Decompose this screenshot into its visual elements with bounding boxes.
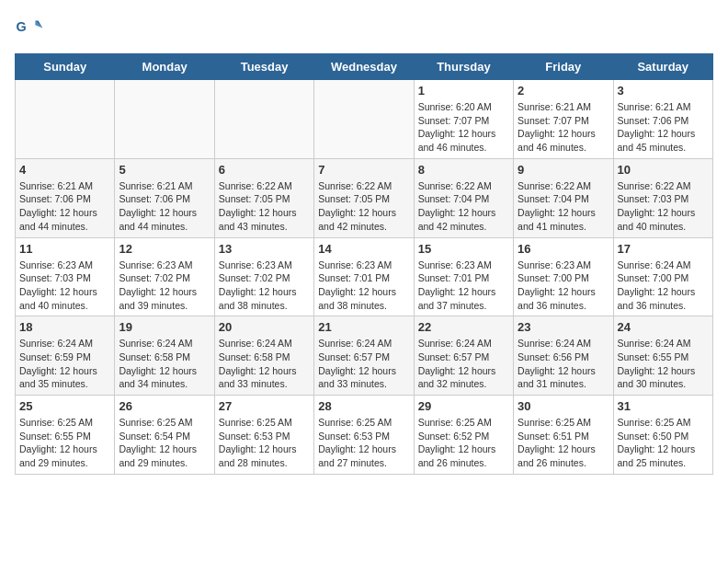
calendar-cell: 29Sunrise: 6:25 AM Sunset: 6:52 PM Dayli… xyxy=(414,396,513,475)
day-of-week-header: Tuesday xyxy=(214,54,313,80)
day-number: 31 xyxy=(618,399,709,413)
calendar-cell: 9Sunrise: 6:22 AM Sunset: 7:04 PM Daylig… xyxy=(514,158,613,237)
calendar-week-row: 4Sunrise: 6:21 AM Sunset: 7:06 PM Daylig… xyxy=(16,158,713,237)
day-number: 6 xyxy=(219,163,310,177)
day-of-week-header: Thursday xyxy=(414,54,513,80)
day-info: Sunrise: 6:24 AM Sunset: 6:58 PM Dayligh… xyxy=(119,337,210,391)
calendar-cell: 13Sunrise: 6:23 AM Sunset: 7:02 PM Dayli… xyxy=(214,237,313,316)
calendar-cell: 14Sunrise: 6:23 AM Sunset: 7:01 PM Dayli… xyxy=(314,237,414,316)
calendar-cell: 28Sunrise: 6:25 AM Sunset: 6:53 PM Dayli… xyxy=(314,396,414,475)
calendar-cell: 30Sunrise: 6:25 AM Sunset: 6:51 PM Dayli… xyxy=(514,396,613,475)
calendar-cell: 25Sunrise: 6:25 AM Sunset: 6:55 PM Dayli… xyxy=(16,396,115,475)
calendar-cell: 6Sunrise: 6:22 AM Sunset: 7:05 PM Daylig… xyxy=(214,158,313,237)
day-number: 5 xyxy=(119,163,210,177)
calendar-cell xyxy=(115,80,214,159)
calendar-cell: 18Sunrise: 6:24 AM Sunset: 6:59 PM Dayli… xyxy=(16,316,115,396)
calendar-week-row: 25Sunrise: 6:25 AM Sunset: 6:55 PM Dayli… xyxy=(16,396,713,475)
day-number: 26 xyxy=(119,399,210,413)
day-number: 23 xyxy=(518,320,609,334)
calendar-cell: 11Sunrise: 6:23 AM Sunset: 7:03 PM Dayli… xyxy=(16,237,115,316)
svg-text:G: G xyxy=(17,19,27,34)
day-number: 7 xyxy=(318,163,409,177)
calendar-cell: 1Sunrise: 6:20 AM Sunset: 7:07 PM Daylig… xyxy=(414,80,513,159)
day-number: 14 xyxy=(318,242,409,256)
calendar-cell: 7Sunrise: 6:22 AM Sunset: 7:05 PM Daylig… xyxy=(314,158,414,237)
day-of-week-header: Sunday xyxy=(16,54,115,80)
day-info: Sunrise: 6:20 AM Sunset: 7:07 PM Dayligh… xyxy=(418,100,509,155)
day-info: Sunrise: 6:24 AM Sunset: 6:56 PM Dayligh… xyxy=(518,337,609,391)
day-number: 17 xyxy=(618,242,709,256)
calendar-cell: 3Sunrise: 6:21 AM Sunset: 7:06 PM Daylig… xyxy=(613,80,712,159)
calendar-cell: 19Sunrise: 6:24 AM Sunset: 6:58 PM Dayli… xyxy=(115,316,214,396)
day-number: 1 xyxy=(418,84,509,98)
day-number: 21 xyxy=(318,320,409,334)
day-info: Sunrise: 6:25 AM Sunset: 6:53 PM Dayligh… xyxy=(318,416,409,470)
day-number: 19 xyxy=(119,320,210,334)
day-number: 28 xyxy=(318,399,409,413)
day-info: Sunrise: 6:25 AM Sunset: 6:51 PM Dayligh… xyxy=(518,416,609,470)
calendar-cell: 27Sunrise: 6:25 AM Sunset: 6:53 PM Dayli… xyxy=(214,396,313,475)
day-info: Sunrise: 6:25 AM Sunset: 6:52 PM Dayligh… xyxy=(418,416,509,470)
day-of-week-header: Monday xyxy=(115,54,214,80)
calendar-week-row: 1Sunrise: 6:20 AM Sunset: 7:07 PM Daylig… xyxy=(16,80,713,159)
day-info: Sunrise: 6:23 AM Sunset: 7:00 PM Dayligh… xyxy=(518,259,609,313)
calendar-cell: 12Sunrise: 6:23 AM Sunset: 7:02 PM Dayli… xyxy=(115,237,214,316)
calendar-cell: 22Sunrise: 6:24 AM Sunset: 6:57 PM Dayli… xyxy=(414,316,513,396)
logo-icon: G xyxy=(15,15,44,44)
calendar-cell xyxy=(16,80,115,159)
day-number: 20 xyxy=(219,320,310,334)
day-number: 10 xyxy=(618,163,709,177)
calendar-cell: 20Sunrise: 6:24 AM Sunset: 6:58 PM Dayli… xyxy=(214,316,313,396)
day-info: Sunrise: 6:23 AM Sunset: 7:01 PM Dayligh… xyxy=(418,259,509,313)
day-of-week-header: Saturday xyxy=(613,54,712,80)
day-info: Sunrise: 6:23 AM Sunset: 7:01 PM Dayligh… xyxy=(318,259,409,313)
calendar-cell: 15Sunrise: 6:23 AM Sunset: 7:01 PM Dayli… xyxy=(414,237,513,316)
day-info: Sunrise: 6:23 AM Sunset: 7:02 PM Dayligh… xyxy=(119,259,210,313)
day-info: Sunrise: 6:22 AM Sunset: 7:04 PM Dayligh… xyxy=(418,179,509,234)
day-info: Sunrise: 6:23 AM Sunset: 7:03 PM Dayligh… xyxy=(19,259,110,313)
calendar-cell xyxy=(214,80,313,159)
day-info: Sunrise: 6:25 AM Sunset: 6:55 PM Dayligh… xyxy=(19,416,110,470)
logo: G xyxy=(15,15,48,44)
day-number: 11 xyxy=(19,242,110,256)
day-info: Sunrise: 6:23 AM Sunset: 7:02 PM Dayligh… xyxy=(219,259,310,313)
day-number: 12 xyxy=(119,242,210,256)
day-number: 18 xyxy=(19,320,110,334)
day-info: Sunrise: 6:22 AM Sunset: 7:03 PM Dayligh… xyxy=(618,179,709,234)
day-number: 4 xyxy=(19,163,110,177)
day-info: Sunrise: 6:25 AM Sunset: 6:54 PM Dayligh… xyxy=(119,416,210,470)
day-info: Sunrise: 6:24 AM Sunset: 6:57 PM Dayligh… xyxy=(418,337,509,391)
calendar-week-row: 18Sunrise: 6:24 AM Sunset: 6:59 PM Dayli… xyxy=(16,316,713,396)
day-number: 30 xyxy=(518,399,609,413)
day-info: Sunrise: 6:21 AM Sunset: 7:06 PM Dayligh… xyxy=(119,179,210,234)
day-info: Sunrise: 6:22 AM Sunset: 7:04 PM Dayligh… xyxy=(518,179,609,234)
day-number: 8 xyxy=(418,163,509,177)
day-number: 25 xyxy=(19,399,110,413)
day-info: Sunrise: 6:21 AM Sunset: 7:07 PM Dayligh… xyxy=(518,100,609,155)
day-info: Sunrise: 6:24 AM Sunset: 7:00 PM Dayligh… xyxy=(618,259,709,313)
calendar-header-row: SundayMondayTuesdayWednesdayThursdayFrid… xyxy=(16,54,713,80)
day-info: Sunrise: 6:24 AM Sunset: 6:55 PM Dayligh… xyxy=(618,337,709,391)
calendar-cell: 26Sunrise: 6:25 AM Sunset: 6:54 PM Dayli… xyxy=(115,396,214,475)
calendar-cell: 2Sunrise: 6:21 AM Sunset: 7:07 PM Daylig… xyxy=(514,80,613,159)
day-info: Sunrise: 6:25 AM Sunset: 6:50 PM Dayligh… xyxy=(618,416,709,470)
day-number: 24 xyxy=(618,320,709,334)
day-info: Sunrise: 6:25 AM Sunset: 6:53 PM Dayligh… xyxy=(219,416,310,470)
calendar-cell: 24Sunrise: 6:24 AM Sunset: 6:55 PM Dayli… xyxy=(613,316,712,396)
day-number: 29 xyxy=(418,399,509,413)
day-info: Sunrise: 6:22 AM Sunset: 7:05 PM Dayligh… xyxy=(219,179,310,234)
day-of-week-header: Friday xyxy=(514,54,613,80)
day-number: 15 xyxy=(418,242,509,256)
calendar-cell xyxy=(314,80,414,159)
day-info: Sunrise: 6:24 AM Sunset: 6:58 PM Dayligh… xyxy=(219,337,310,391)
day-number: 9 xyxy=(518,163,609,177)
day-number: 22 xyxy=(418,320,509,334)
calendar-week-row: 11Sunrise: 6:23 AM Sunset: 7:03 PM Dayli… xyxy=(16,237,713,316)
calendar: SundayMondayTuesdayWednesdayThursdayFrid… xyxy=(15,53,713,475)
day-number: 2 xyxy=(518,84,609,98)
day-info: Sunrise: 6:24 AM Sunset: 6:57 PM Dayligh… xyxy=(318,337,409,391)
calendar-cell: 23Sunrise: 6:24 AM Sunset: 6:56 PM Dayli… xyxy=(514,316,613,396)
day-number: 16 xyxy=(518,242,609,256)
calendar-cell: 31Sunrise: 6:25 AM Sunset: 6:50 PM Dayli… xyxy=(613,396,712,475)
day-info: Sunrise: 6:22 AM Sunset: 7:05 PM Dayligh… xyxy=(318,179,409,234)
